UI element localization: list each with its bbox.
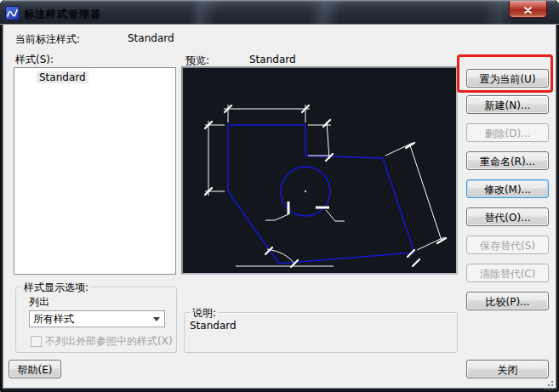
help-button[interactable]: 帮助(E): [9, 360, 61, 378]
app-logo-icon: [5, 6, 20, 20]
current-style-label: 当前标注样式:: [15, 32, 80, 47]
window-title: 标注样式管理器: [24, 7, 101, 21]
xref-checkbox-row: 不列出外部参照中的样式(X): [31, 334, 173, 349]
styles-list-label: 样式(S):: [15, 53, 54, 67]
modify-button[interactable]: 修改(M)...: [466, 179, 549, 198]
style-filter-dropdown[interactable]: 所有样式: [29, 310, 165, 327]
title-bar[interactable]: 标注样式管理器: [0, 0, 559, 25]
compare-button[interactable]: 比较(P)...: [466, 292, 549, 310]
close-icon: [524, 1, 532, 17]
xref-checkbox: [31, 336, 42, 347]
dropdown-selected-value: 所有样式: [30, 312, 149, 327]
dropdown-arrow-icon[interactable]: [149, 311, 164, 327]
delete-button: 删除(D)...: [466, 123, 549, 142]
display-options-group: 样式显示选项: 列出 所有样式 不列出外部参照中的样式(X): [15, 287, 177, 353]
dimension-style-manager-dialog: 标注样式管理器 当前标注样式: Standard 样式(S): Standard…: [0, 0, 559, 392]
xref-checkbox-label: 不列出外部参照中的样式(X): [45, 334, 173, 349]
set-current-button[interactable]: 置为当前(U): [466, 69, 549, 88]
dimension-preview-drawing: [183, 68, 456, 273]
override-button[interactable]: 替代(O)...: [466, 207, 549, 226]
save-override-button: 保存替代(S): [466, 236, 549, 254]
preview-style-name: Standard: [249, 54, 296, 65]
dialog-client-area: 当前标注样式: Standard 样式(S): Standard 预览: Sta…: [3, 25, 556, 388]
display-options-label: 样式显示选项:: [21, 281, 91, 295]
new-button[interactable]: 新建(N)...: [466, 95, 549, 114]
style-list-item[interactable]: Standard: [37, 71, 88, 83]
rename-button[interactable]: 重命名(R)...: [466, 151, 549, 170]
description-label: 说明:: [190, 306, 219, 321]
description-group: 说明: Standard: [184, 312, 458, 353]
clear-override-button: 清除替代(C): [466, 264, 549, 282]
close-button[interactable]: [509, 1, 547, 18]
resize-grip-icon[interactable]: [544, 378, 554, 388]
current-style-value: Standard: [128, 32, 174, 44]
description-value: Standard: [190, 320, 237, 332]
styles-listbox[interactable]: Standard: [14, 67, 176, 275]
close-dialog-button[interactable]: 关闭: [466, 360, 549, 378]
list-label: 列出: [29, 295, 49, 310]
preview-canvas: [181, 66, 458, 275]
